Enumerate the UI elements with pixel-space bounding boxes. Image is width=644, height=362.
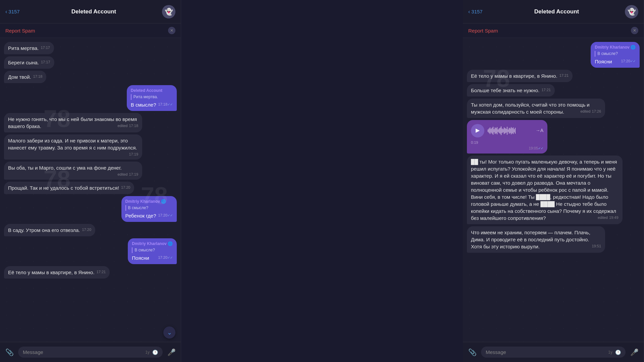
- attachment-button-left[interactable]: 📎: [4, 347, 15, 358]
- back-chevron-icon: ‹: [5, 9, 7, 15]
- avatar-right[interactable]: 👻: [625, 5, 638, 18]
- msg-row-6: Малого забери из сада. И не привози к ма…: [4, 134, 177, 160]
- bubble-r5: ▶: [467, 120, 547, 154]
- msg-text-1: Рита мертва.: [8, 45, 39, 51]
- reply-text-11: В смысле?: [132, 247, 173, 253]
- bubble-5: Не нужно гонять, что мы с ней были знако…: [4, 113, 142, 132]
- ghost-icon-left: 👻: [165, 8, 173, 16]
- bubble-6: Малого забери из сада. И не привози к ма…: [4, 134, 142, 160]
- reply-header-4: Deleted Account: [131, 88, 173, 94]
- mic-icon-right: 🎤: [630, 348, 639, 356]
- middle-spacer: [181, 0, 282, 362]
- msg-text-r7: Что имеем не храним, потеряем — плачем. …: [471, 230, 590, 249]
- msg-text-11: Поясни: [132, 255, 149, 261]
- paperclip-icon-left: 📎: [5, 348, 14, 356]
- timestamp-r7: 19:51: [592, 244, 601, 249]
- msg-text-3: Дом твой.: [8, 74, 31, 80]
- timestamp-7: edited17:19: [117, 172, 138, 177]
- msg-text-2: Береги сына.: [8, 60, 39, 65]
- tick-9: ✓✓: [167, 214, 173, 217]
- timestamp-10: 17:20: [82, 227, 91, 232]
- msg-row-r2: Её тело у мамы в квартире, в Янино. 17:2…: [467, 70, 640, 82]
- bubble-10: В саду. Утром она его отвезла. 17:20: [4, 224, 95, 236]
- msg-row-8: Прощай. Так и не удалось с тобой встрети…: [4, 182, 177, 194]
- msg-row-r7: Что имеем не храним, потеряем — плачем. …: [467, 226, 640, 253]
- msg-text-8: Прощай. Так и не удалось с тобой встрети…: [8, 185, 119, 191]
- bubble-4: Deleted Account Рита мертва. В смысле? 1…: [127, 85, 177, 111]
- message-input-right[interactable]: Message 1y 🕐: [481, 347, 626, 358]
- msg-row-7: Вы оба, ты и Марго, сошли с ума на фоне …: [4, 162, 177, 180]
- timestamp-3: 17:18: [33, 74, 43, 79]
- timestamp-9: 17:20✓✓: [158, 213, 173, 218]
- voice-button-left[interactable]: 🎤: [166, 347, 177, 358]
- reply-header-r1: Dmitriy Kharlanov 🌐: [595, 45, 636, 50]
- edited-tag-7: edited: [117, 172, 127, 176]
- back-button-right[interactable]: ‹ 3157: [468, 9, 488, 15]
- edited-tag-r4: edited: [580, 109, 590, 113]
- msg-row-4: Deleted Account Рита мертва. В смысле? 1…: [4, 85, 177, 111]
- close-icon-right: ✕: [633, 28, 636, 33]
- avatar-left[interactable]: 👻: [162, 5, 175, 18]
- timestamp-r3: 17:21: [541, 87, 551, 93]
- chat-header-right: ‹ 3157 Deleted Account 👻: [463, 0, 644, 23]
- voice-message: ▶: [471, 123, 543, 139]
- msg-text-r4: Ты хотел дом, пользуйся, считай что это …: [471, 102, 590, 115]
- paperclip-icon-right: 📎: [468, 348, 477, 356]
- timestamp-r2: 17:21: [559, 73, 569, 78]
- bubble-r2: Её тело у мамы в квартире, в Янино. 17:2…: [467, 70, 573, 82]
- close-spam-right[interactable]: ✕: [631, 27, 638, 34]
- bubble-2: Береги сына. 17:17: [4, 56, 54, 69]
- timestamp-12: 17:21: [97, 269, 106, 275]
- bubble-7: Вы оба, ты и Марго, сошли с ума на фоне …: [4, 162, 142, 180]
- back-count-right: 3157: [471, 9, 482, 14]
- msg-row-10: В саду. Утром она его отвезла. 17:20: [4, 224, 177, 236]
- msg-row-11: Dmitriy Kharlanov 🌐 В смысле? Поясни 17:…: [4, 238, 177, 264]
- timestamp-2: 17:17: [41, 60, 50, 65]
- reply-text-4: Рита мертва.: [131, 94, 173, 100]
- chat-header-left: ‹ 3157 Deleted Account 👻: [0, 0, 181, 23]
- bubble-r4: Ты хотел дом, пользуйся, считай что это …: [467, 99, 605, 118]
- msg-text-r2: Её тело у мамы в квартире, в Янино.: [471, 73, 557, 79]
- attachment-button-right[interactable]: 📎: [467, 347, 478, 358]
- msg-row-r3: Больше тебе знать не нужно. 17:21: [467, 84, 640, 97]
- msg-text-r1: Поясни: [595, 59, 612, 64]
- close-spam-left[interactable]: ✕: [168, 27, 175, 34]
- msg-text-6: Малого забери из сада. И не привози к ма…: [8, 138, 137, 150]
- edited-tag-5: edited: [117, 124, 127, 128]
- chat-title-left: Deleted Account: [25, 8, 162, 15]
- msg-row-r1: Dmitriy Kharlanov 🌐 В смысле? Поясни 17:…: [467, 42, 640, 68]
- msg-row-r4: Ты хотел дом, пользуйся, считай что это …: [467, 99, 640, 118]
- scroll-down-button-left[interactable]: ⌄: [163, 326, 175, 339]
- back-chevron-icon-right: ‹: [468, 9, 470, 15]
- bubble-9: Dmitriy Kharlanov 🌐 В смысле? Ребенок гд…: [121, 196, 177, 222]
- input-timer-left: 1y: [145, 350, 150, 355]
- ghost-icon-right: 👻: [628, 8, 636, 16]
- voice-button-right[interactable]: 🎤: [629, 347, 640, 358]
- report-spam-left[interactable]: Report Spam: [5, 28, 35, 34]
- back-count-left: 3157: [8, 9, 19, 14]
- timestamp-r4: edited17:26: [580, 109, 601, 114]
- transcript-icon[interactable]: →A: [536, 127, 543, 134]
- back-button-left[interactable]: ‹ 3157: [5, 9, 25, 15]
- bubble-3: Дом твой. 17:18: [4, 71, 46, 83]
- waveform: [488, 126, 532, 136]
- reply-header-11: Dmitriy Kharlanov 🌐: [132, 241, 173, 247]
- close-icon-left: ✕: [170, 28, 173, 33]
- msg-row-r5: ▶: [467, 120, 640, 154]
- timestamp-r1: 17:20✓✓: [621, 59, 636, 64]
- report-spam-right[interactable]: Report Spam: [468, 28, 498, 34]
- header-center-left: Deleted Account: [25, 8, 162, 15]
- tick-11: ✓✓: [167, 256, 173, 259]
- bubble-r1: Dmitriy Kharlanov 🌐 В смысле? Поясни 17:…: [591, 42, 640, 68]
- bubble-11: Dmitriy Kharlanov 🌐 В смысле? Поясни 17:…: [128, 238, 177, 264]
- timestamp-6: 17:19: [129, 152, 138, 157]
- bubble-8: Прощай. Так и не удалось с тобой встрети…: [4, 182, 134, 194]
- play-button[interactable]: ▶: [471, 124, 484, 137]
- message-input-left[interactable]: Message 1y 🕐: [18, 347, 163, 358]
- spam-bar-right: Report Spam ✕: [463, 23, 644, 38]
- bubble-r6: ██ ты! Мог только пугать маленькую девоч…: [467, 156, 623, 224]
- msg-text-9: Ребенок где?: [125, 213, 156, 219]
- bubble-12: Её тело у мамы в квартире, в Янино. 17:2…: [4, 266, 110, 279]
- timestamp-8: 17:20: [121, 185, 130, 190]
- timestamp-5: edited17:18: [117, 123, 138, 128]
